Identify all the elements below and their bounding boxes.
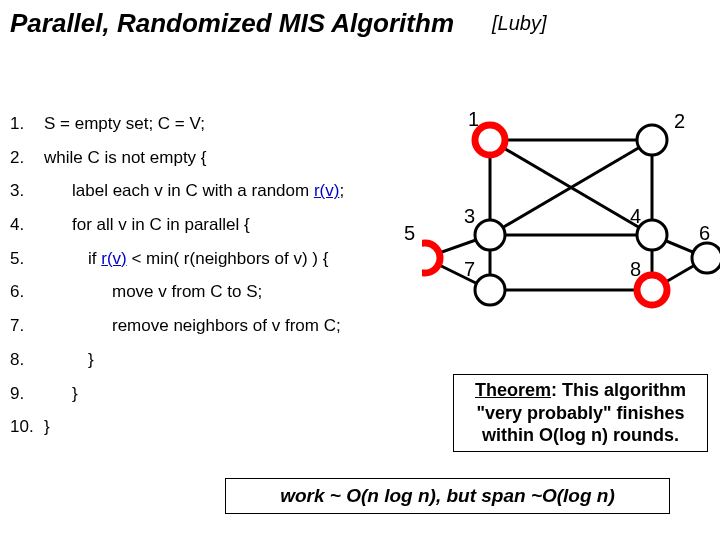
line-text: } — [44, 385, 78, 404]
work-span-box: work ~ O(n log n), but span ~O(log n) — [225, 478, 670, 514]
line-number: 3. — [10, 182, 44, 201]
page-title: Parallel, Randomized MIS Algorithm — [10, 8, 454, 39]
node-label-6: 6 — [699, 222, 710, 245]
node-4 — [637, 220, 667, 250]
line-number: 2. — [10, 149, 44, 168]
line-text: } — [44, 351, 94, 370]
line-number: 10. — [10, 418, 44, 437]
rv-link: r(v) — [101, 249, 126, 268]
node-8 — [637, 275, 667, 305]
theorem-text-2: "very probably" finishes — [476, 403, 684, 423]
line-number: 7. — [10, 317, 44, 336]
line-text: if r(v) < min( r(neighbors of v) ) { — [44, 250, 328, 269]
line-number: 4. — [10, 216, 44, 235]
node-label-5: 5 — [404, 222, 415, 245]
theorem-box: Theorem: This algorithm "very probably" … — [453, 374, 708, 452]
node-5 — [422, 243, 440, 273]
node-label-3: 3 — [464, 205, 475, 228]
line-number: 6. — [10, 283, 44, 302]
algo-line-1: 1. S = empty set; C = V; — [10, 115, 344, 134]
line-text: label each v in C with a random r(v); — [44, 182, 344, 201]
algo-line-10: 10. } — [10, 418, 344, 437]
line-number: 8. — [10, 351, 44, 370]
node-label-4: 4 — [630, 205, 641, 228]
line-text: for all v in C in parallel { — [44, 216, 250, 235]
line-number: 9. — [10, 385, 44, 404]
algo-line-9: 9. } — [10, 385, 344, 404]
theorem-label: Theorem — [475, 380, 551, 400]
line-number: 1. — [10, 115, 44, 134]
algo-line-7: 7. remove neighbors of v from C; — [10, 317, 344, 336]
node-3 — [475, 220, 505, 250]
graph-diagram: 1 2 3 4 5 6 7 8 — [422, 100, 720, 350]
node-label-2: 2 — [674, 110, 685, 133]
algo-line-3: 3. label each v in C with a random r(v); — [10, 182, 344, 201]
line-number: 5. — [10, 250, 44, 269]
node-7 — [475, 275, 505, 305]
algo-line-8: 8. } — [10, 351, 344, 370]
node-label-7: 7 — [464, 258, 475, 281]
algo-line-2: 2. while C is not empty { — [10, 149, 344, 168]
line-text: while C is not empty { — [44, 149, 207, 168]
node-label-8: 8 — [630, 258, 641, 281]
node-label-1: 1 — [468, 108, 479, 131]
attribution-label: [Luby] — [492, 12, 546, 35]
line-text: } — [44, 418, 50, 437]
line-text: S = empty set; C = V; — [44, 115, 205, 134]
algo-line-5: 5. if r(v) < min( r(neighbors of v) ) { — [10, 250, 344, 269]
node-2 — [637, 125, 667, 155]
node-1 — [475, 125, 505, 155]
algo-line-4: 4. for all v in C in parallel { — [10, 216, 344, 235]
theorem-text-3: within O(log n) rounds. — [482, 425, 679, 445]
theorem-text-1: : This algorithm — [551, 380, 686, 400]
line-text: remove neighbors of v from C; — [44, 317, 341, 336]
rv-link: r(v) — [314, 181, 339, 200]
line-text: move v from C to S; — [44, 283, 262, 302]
node-6 — [692, 243, 720, 273]
algorithm-listing: 1. S = empty set; C = V; 2. while C is n… — [10, 115, 344, 452]
algo-line-6: 6. move v from C to S; — [10, 283, 344, 302]
